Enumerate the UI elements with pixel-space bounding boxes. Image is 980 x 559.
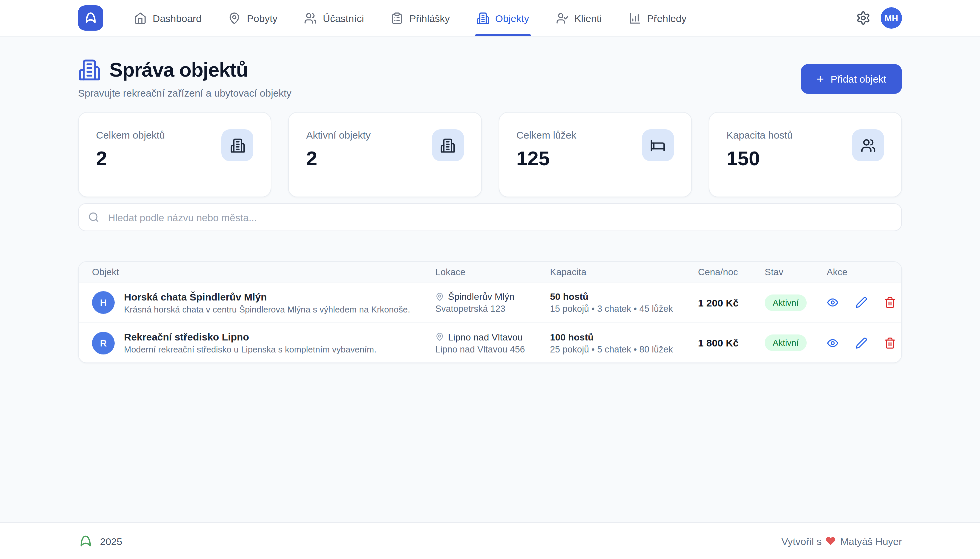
- delete-button[interactable]: [884, 337, 896, 349]
- app-root: Dashboard Pobyty Účastníci Přihlášky Obj…: [0, 0, 980, 559]
- object-avatar: H: [92, 291, 114, 314]
- status-badge: Aktivní: [764, 334, 807, 351]
- nav-label: Přehledy: [647, 12, 686, 24]
- nav-label: Dashboard: [153, 12, 202, 24]
- map-pin-icon: [435, 292, 444, 301]
- object-capacity-detail: 25 pokojů • 5 chatek • 80 lůžek: [550, 344, 698, 354]
- object-address: Lipno nad Vltavou 456: [435, 344, 550, 354]
- users-icon: [304, 12, 317, 24]
- col-cena: Cena/noc: [698, 266, 764, 277]
- stat-icon-box: [432, 129, 464, 161]
- stats-row: Celkem objektů 2 Aktivní objekty 2 Cel: [78, 112, 902, 197]
- home-icon: [134, 12, 147, 24]
- building-icon: [78, 59, 101, 81]
- nav-label: Klienti: [574, 12, 602, 24]
- search-input[interactable]: [78, 203, 902, 231]
- page-footer: 2025 Vytvořil s Matyáš Huyer: [0, 523, 980, 559]
- object-guests: 50 hostů: [550, 291, 698, 302]
- stat-icon-box: [852, 129, 884, 161]
- view-button[interactable]: [827, 296, 839, 308]
- building-icon: [440, 137, 455, 153]
- tent-arch-logo-icon: [83, 11, 98, 25]
- nav-label: Přihlášky: [410, 12, 450, 24]
- stat-value: 150: [727, 147, 793, 170]
- stat-card-guest-capacity: Kapacita hostů 150: [709, 112, 902, 197]
- nav-item-prehledy[interactable]: Přehledy: [628, 0, 686, 36]
- plus-icon: +: [817, 72, 824, 85]
- object-description: Moderní rekreační středisko u Lipenska s…: [124, 344, 376, 354]
- building-icon: [230, 137, 245, 153]
- page-title: Správa objektů: [109, 59, 248, 81]
- edit-button[interactable]: [855, 296, 867, 308]
- nav-item-objekty[interactable]: Objekty: [477, 0, 529, 36]
- nav-label: Objekty: [495, 12, 529, 24]
- col-kapacita: Kapacita: [550, 266, 698, 277]
- col-akce: Akce: [827, 266, 888, 277]
- footer-year: 2025: [100, 535, 122, 547]
- trash-icon: [884, 337, 896, 349]
- top-navbar: Dashboard Pobyty Účastníci Přihlášky Obj…: [0, 0, 980, 36]
- stat-label: Kapacita hostů: [727, 129, 793, 141]
- object-price: 1 200 Kč: [698, 297, 764, 308]
- stat-label: Celkem objektů: [96, 129, 165, 141]
- map-pin-icon: [435, 332, 444, 341]
- table-row[interactable]: H Horská chata Špindlerův Mlýn Krásná ho…: [79, 283, 901, 322]
- nav-item-klienti[interactable]: Klienti: [555, 0, 602, 36]
- credit-prefix: Vytvořil s: [781, 535, 822, 547]
- trash-icon: [884, 296, 896, 308]
- table-header: Objekt Lokace Kapacita Cena/noc Stav Akc…: [79, 262, 901, 283]
- tent-arch-logo-icon: [78, 533, 93, 549]
- nav-item-pobyty[interactable]: Pobyty: [228, 0, 278, 36]
- heart-icon: [826, 536, 836, 546]
- page-subtitle: Spravujte rekreační zařízení a ubytovací…: [78, 87, 291, 99]
- object-city: Lipno nad Vltavou: [448, 331, 523, 342]
- object-name: Rekreační středisko Lipno: [124, 331, 376, 342]
- eye-icon: [827, 296, 839, 308]
- search-bar: [78, 203, 902, 231]
- col-stav: Stav: [764, 266, 827, 277]
- settings-button[interactable]: [856, 11, 871, 25]
- object-name: Horská chata Špindlerův Mlýn: [124, 291, 410, 302]
- map-pin-icon: [228, 12, 241, 24]
- stat-card-total-objects: Celkem objektů 2: [78, 112, 272, 197]
- app-logo[interactable]: [78, 5, 103, 31]
- objects-table: Objekt Lokace Kapacita Cena/noc Stav Akc…: [78, 261, 902, 363]
- col-lokace: Lokace: [435, 266, 550, 277]
- eye-icon: [827, 337, 839, 349]
- stat-card-total-beds: Celkem lůžek 125: [498, 112, 692, 197]
- stat-value: 2: [306, 147, 371, 170]
- pencil-icon: [855, 296, 867, 308]
- user-check-icon: [555, 12, 568, 24]
- nav-item-prihlasky[interactable]: Přihlášky: [391, 0, 450, 36]
- object-description: Krásná horská chata v centru Špindlerova…: [124, 304, 410, 314]
- view-button[interactable]: [827, 337, 839, 349]
- object-price: 1 800 Kč: [698, 337, 764, 349]
- object-address: Svatopetrská 123: [435, 304, 550, 314]
- user-avatar[interactable]: MH: [881, 7, 902, 29]
- table-row[interactable]: R Rekreační středisko Lipno Moderní rekr…: [79, 322, 901, 362]
- object-capacity-detail: 15 pokojů • 3 chatek • 45 lůžek: [550, 304, 698, 314]
- clipboard-icon: [391, 12, 403, 24]
- stat-value: 2: [96, 147, 165, 170]
- search-icon: [88, 212, 99, 223]
- add-object-button[interactable]: + Přidat objekt: [801, 64, 902, 94]
- stat-label: Celkem lůžek: [516, 129, 576, 141]
- add-object-label: Přidat objekt: [831, 73, 886, 84]
- edit-button[interactable]: [855, 337, 867, 349]
- gear-icon: [856, 11, 871, 25]
- building-icon: [477, 12, 489, 24]
- stat-icon-box: [222, 129, 254, 161]
- status-badge: Aktivní: [764, 294, 807, 311]
- stat-label: Aktivní objekty: [306, 129, 371, 141]
- col-objekt: Objekt: [92, 266, 435, 277]
- object-city: Špindlerův Mlýn: [448, 291, 514, 302]
- main-nav: Dashboard Pobyty Účastníci Přihlášky Obj…: [134, 0, 686, 36]
- pencil-icon: [855, 337, 867, 349]
- credit-name-link[interactable]: Matyáš Huyer: [840, 535, 902, 547]
- nav-item-dashboard[interactable]: Dashboard: [134, 0, 202, 36]
- nav-label: Pobyty: [247, 12, 278, 24]
- nav-item-ucastnici[interactable]: Účastníci: [304, 0, 364, 36]
- delete-button[interactable]: [884, 296, 896, 308]
- users-icon: [861, 137, 876, 153]
- stat-card-active-objects: Aktivní objekty 2: [289, 112, 482, 197]
